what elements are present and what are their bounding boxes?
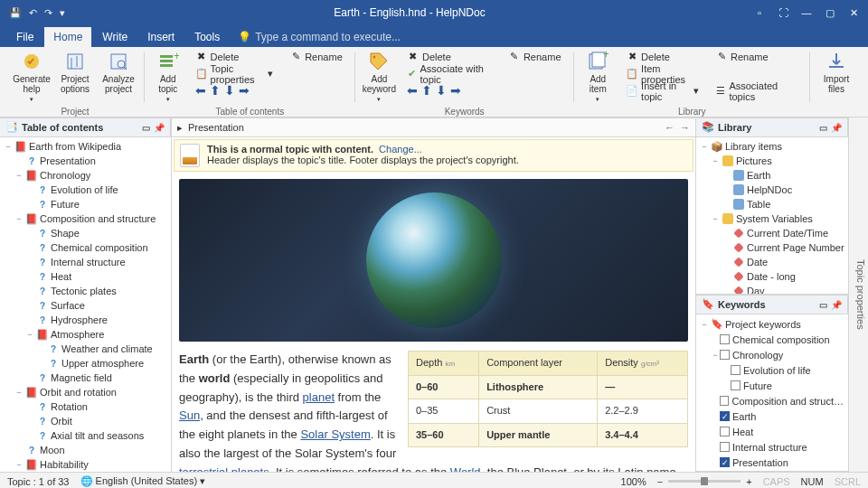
move-down-icon[interactable]: ⬇ [436,83,447,98]
move-up-icon[interactable]: ⬆ [210,83,221,98]
tree-item[interactable]: ?Surface [0,298,171,313]
nav-fwd-icon[interactable]: → [680,122,690,133]
tell-me-box[interactable]: 💡Type a command to execute... [231,27,408,47]
move-left-icon[interactable]: ⬅ [407,83,418,98]
tree-item[interactable]: ?Orbit [0,414,171,428]
keyword-item[interactable]: Future [696,378,848,393]
lib-insert-button[interactable]: 📄Insert in topic ▾ [622,83,703,99]
kw-rename-button[interactable]: ✎Rename [505,49,565,64]
keyword-item[interactable]: Chemical composition [696,332,848,347]
kw-delete-button[interactable]: ✖Delete [403,49,495,64]
tree-item[interactable]: ?Presentation [0,154,171,168]
panel-pin-icon[interactable]: 📌 [831,300,842,310]
add-topic-button[interactable]: +Add topic▾ [150,49,186,106]
link-world[interactable]: World [450,465,481,472]
tree-item[interactable]: Table [696,197,848,211]
keyword-item[interactable]: Shape [696,470,848,471]
tree-item[interactable]: −📕Habitability [0,457,171,472]
tree-item[interactable]: −Pictures [696,154,848,168]
keyword-item[interactable]: Internal structure [696,439,848,455]
nav-back-icon[interactable]: ← [665,122,675,133]
panel-pin-icon[interactable]: 📌 [154,123,165,133]
minimize-icon[interactable]: — [799,7,814,19]
ribbon-options-icon[interactable]: ▫ [752,7,767,19]
lib-properties-button[interactable]: 📋Item properties [622,66,703,81]
toc-rename-button[interactable]: ✎Rename [286,49,346,64]
keyword-item[interactable]: Evolution of life [696,362,848,378]
undo-icon[interactable]: ↶ [29,7,37,19]
keyword-item[interactable]: −Chronology [696,347,848,362]
keyword-item[interactable]: ✓Presentation [696,455,848,470]
keyword-item[interactable]: Heat [696,424,848,439]
tree-item[interactable]: ?Internal structure [0,255,171,269]
fullscreen-icon[interactable]: ⛶ [776,7,790,19]
tree-item[interactable]: −📕Chronology [0,168,171,183]
redo-icon[interactable]: ↷ [44,7,52,19]
move-right-icon[interactable]: ➡ [239,83,250,98]
tree-item[interactable]: ?Tectonic plates [0,284,171,298]
tree-item[interactable]: ?Upper atmosphere [0,356,171,371]
keyword-item[interactable]: Composition and structure [696,393,848,408]
keyword-item[interactable]: ✓Earth [696,408,848,424]
move-up-icon[interactable]: ⬆ [421,83,432,98]
toc-properties-button[interactable]: 📋Topic properties ▾ [192,66,278,81]
tree-item[interactable]: ?Future [0,197,171,211]
status-language[interactable]: 🌐 English (United States) ▾ [80,475,206,487]
keyword-item[interactable]: −🔖Project keywords [696,316,848,332]
move-right-icon[interactable]: ➡ [450,83,461,98]
zoom-control[interactable]: −+ [657,476,752,487]
close-icon[interactable]: ✕ [846,7,861,19]
tree-item[interactable]: HelpNDoc [696,183,848,197]
tree-item[interactable]: Current Page Number [696,240,848,255]
tree-item[interactable]: ?Chemical composition [0,240,171,255]
tree-item[interactable]: −📕Earth from Wikipedia [0,139,171,154]
library-tree[interactable]: −📦Library items−PicturesEarthHelpNDocTab… [696,137,848,294]
generate-help-button[interactable]: Generate help▾ [11,49,52,106]
add-keyword-button[interactable]: Add keyword▾ [361,49,398,106]
lib-delete-button[interactable]: ✖Delete [622,49,703,64]
add-item-button[interactable]: +Add item▾ [580,49,618,106]
panel-pin-icon[interactable]: 📌 [831,123,842,133]
tab-tools[interactable]: Tools [185,27,229,47]
tree-item[interactable]: ?Heat [0,269,171,284]
tree-item[interactable]: ?Magnetic field [0,371,171,385]
change-link[interactable]: Change... [379,144,422,155]
tree-item[interactable]: Day [696,284,848,294]
qat-dropdown-icon[interactable]: ▾ [60,7,65,19]
tree-item[interactable]: ?Moon [0,443,171,457]
tree-item[interactable]: −System Variables [696,211,848,226]
toc-tree[interactable]: −📕Earth from Wikipedia?Presentation−📕Chr… [0,137,171,472]
move-down-icon[interactable]: ⬇ [224,83,235,98]
link-sun[interactable]: Sun [179,408,200,422]
tree-item[interactable]: ?Rotation [0,399,171,414]
tree-item[interactable]: Date [696,255,848,269]
tree-item[interactable]: ?Shape [0,226,171,240]
tree-item[interactable]: −📕Composition and structure [0,211,171,226]
breadcrumb-item[interactable]: Presentation [188,122,244,133]
panel-max-icon[interactable]: ▭ [819,123,827,133]
lib-rename-button[interactable]: ✎Rename [712,49,801,64]
breadcrumb-expand-icon[interactable]: ▸ [177,122,183,134]
import-files-button[interactable]: Import files [816,49,857,96]
tree-item[interactable]: Date - long [696,269,848,284]
tab-insert[interactable]: Insert [138,27,184,47]
move-left-icon[interactable]: ⬅ [195,83,206,98]
tree-item[interactable]: −📕Orbit and rotation [0,385,171,399]
status-zoom-value[interactable]: 100% [621,476,646,487]
link-planet[interactable]: planet [303,390,335,404]
tree-item[interactable]: −📦Library items [696,139,848,154]
topic-properties-tab[interactable]: Topic properties [848,117,868,472]
kw-associate-button[interactable]: ✔Associate with topic [403,66,495,81]
link-terrestrial[interactable]: terrestrial planets [179,465,269,472]
tab-write[interactable]: Write [93,27,137,47]
maximize-icon[interactable]: ▢ [823,7,837,19]
tree-item[interactable]: ?Axial tilt and seasons [0,428,171,443]
keywords-tree[interactable]: −🔖Project keywordsChemical composition−C… [696,314,848,471]
lib-assoc-button[interactable]: ☰Associated topics [712,83,801,99]
tree-item[interactable]: ?Evolution of life [0,183,171,197]
save-icon[interactable]: 💾 [9,7,22,19]
tree-item[interactable]: ?Weather and climate [0,342,171,356]
tree-item[interactable]: Earth [696,168,848,183]
toc-delete-button[interactable]: ✖Delete [192,49,278,64]
tab-file[interactable]: File [7,27,42,47]
